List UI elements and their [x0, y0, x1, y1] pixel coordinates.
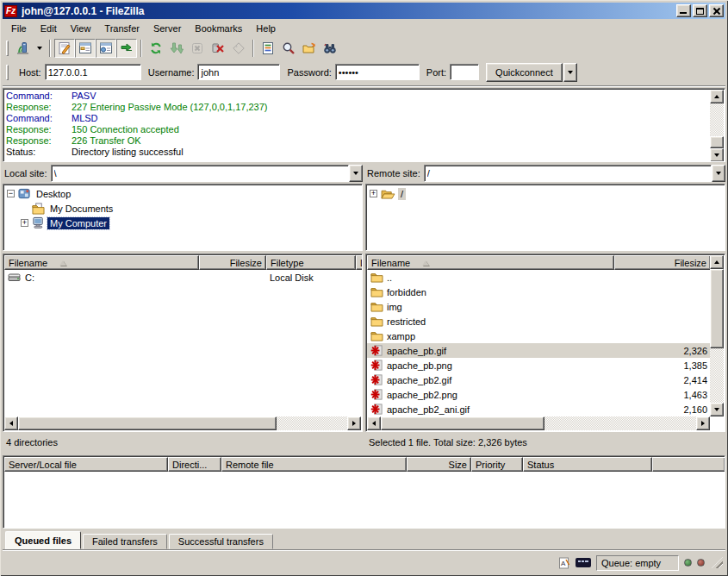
tree-expander-minus-icon[interactable]: −	[7, 190, 15, 197]
find-button[interactable]	[320, 39, 340, 58]
file-row-apache-pb-gif[interactable]: apache_pb.gif2,326	[367, 343, 711, 358]
menu-edit[interactable]: Edit	[34, 22, 64, 35]
column-header-directi[interactable]: Directi...	[168, 457, 221, 472]
disconnect-button[interactable]	[208, 39, 228, 58]
tree-expander-plus-icon[interactable]: +	[370, 190, 377, 197]
tree-item-desktop[interactable]: −Desktop	[3, 186, 362, 201]
menu-help[interactable]: Help	[249, 22, 283, 35]
column-header-filesize[interactable]: Filesize	[199, 255, 266, 270]
file-row-img[interactable]: img	[367, 299, 711, 314]
scroll-right-button[interactable]	[347, 416, 361, 430]
remote-directory-tree: +/	[365, 184, 725, 251]
tree-expander-plus-icon[interactable]: +	[21, 219, 28, 227]
column-header-filesize[interactable]: Filesize	[614, 255, 711, 270]
scrollbar-thumb[interactable]	[381, 416, 544, 430]
toggle-remote-tree-button[interactable]	[96, 39, 116, 58]
column-header-l[interactable]: L	[356, 255, 363, 270]
sync-browsing-button[interactable]	[299, 39, 320, 58]
column-header-size[interactable]: Size	[407, 457, 471, 472]
scrollbar-thumb[interactable]	[710, 269, 724, 348]
scroll-left-button[interactable]	[4, 416, 18, 430]
remote-site-input[interactable]	[424, 165, 712, 182]
tree-item-my-documents[interactable]: My Documents	[3, 201, 362, 216]
quickbar-grip[interactable]	[6, 65, 9, 80]
username-input[interactable]	[197, 64, 280, 80]
log-scrollbar[interactable]	[710, 90, 724, 162]
file-row-forbidden[interactable]: forbidden	[367, 285, 711, 299]
window-title: john@127.0.0.1 - FileZilla	[22, 5, 675, 17]
scroll-down-button[interactable]	[710, 403, 724, 416]
tree-item-my-computer[interactable]: +My Computer	[3, 216, 362, 230]
computer-icon	[32, 216, 45, 229]
host-input[interactable]	[45, 64, 141, 80]
password-input[interactable]	[335, 64, 420, 80]
file-row-restricted[interactable]: restricted	[367, 314, 711, 329]
quickconnect-dropdown-button[interactable]	[563, 63, 577, 82]
reconnect-button[interactable]	[228, 39, 249, 58]
minimize-button[interactable]	[676, 4, 691, 17]
scroll-down-icon	[714, 153, 719, 157]
menu-file[interactable]: File	[4, 22, 34, 35]
file-row-apache-pb-png[interactable]: apache_pb.png1,385	[367, 358, 711, 373]
filter-button[interactable]	[258, 39, 278, 58]
column-header-filename[interactable]: Filename	[367, 255, 614, 270]
menu-view[interactable]: View	[64, 22, 98, 35]
scroll-up-button[interactable]	[710, 90, 724, 103]
scrollbar-thumb[interactable]	[710, 136, 724, 148]
port-input[interactable]	[450, 64, 479, 80]
file-row-apache-pb2-png[interactable]: apache_pb2.png1,463	[367, 387, 711, 402]
column-header-remote-file[interactable]: Remote file	[221, 457, 407, 472]
local-site-input[interactable]	[51, 165, 349, 182]
resize-grip[interactable]	[712, 557, 723, 568]
file-row-blank[interactable]: ..	[367, 270, 711, 285]
column-header-server-local-file[interactable]: Server/Local file	[4, 457, 168, 472]
file-row-apache-pb2-gif[interactable]: apache_pb2.gif2,414	[367, 373, 711, 387]
toggle-queue-button[interactable]	[116, 39, 137, 58]
host-label: Host:	[19, 67, 41, 78]
toggle-message-log-button[interactable]	[54, 39, 75, 58]
refresh-button[interactable]	[146, 39, 166, 58]
scroll-down-button[interactable]	[710, 148, 724, 162]
remote-site-dropdown-button[interactable]	[712, 165, 725, 182]
tree-item-blank[interactable]: +/	[366, 186, 725, 201]
port-label: Port:	[426, 67, 446, 78]
site-manager-button[interactable]	[12, 39, 33, 58]
toggle-local-tree-button[interactable]	[75, 39, 96, 58]
scroll-left-button[interactable]	[367, 416, 381, 430]
close-button[interactable]	[709, 4, 724, 17]
folder-icon	[370, 316, 383, 327]
local-site-dropdown-button[interactable]	[349, 165, 363, 182]
log-line: Response:226 Transfer OK	[6, 135, 725, 147]
scroll-up-button[interactable]	[710, 255, 724, 269]
column-header-filename[interactable]: Filename	[4, 255, 199, 270]
title-bar: Fz john@127.0.0.1 - FileZilla	[3, 3, 725, 19]
tab-failed-transfers[interactable]: Failed transfers	[83, 534, 167, 549]
maximize-button[interactable]	[693, 4, 707, 17]
file-row-xampp[interactable]: xampp	[367, 329, 711, 343]
file-row-c[interactable]: C:Local Disk	[4, 270, 363, 285]
scroll-right-button[interactable]	[696, 416, 710, 430]
local-hscrollbar[interactable]	[4, 416, 361, 430]
site-manager-dropdown-button[interactable]	[33, 39, 46, 58]
column-header-priority[interactable]: Priority	[471, 457, 523, 472]
process-queue-button[interactable]	[166, 39, 187, 58]
tab-queued-files[interactable]: Queued files	[5, 531, 81, 549]
compare-button[interactable]	[278, 39, 299, 58]
toolbar-grip[interactable]	[6, 41, 9, 56]
column-header-blank[interactable]	[652, 457, 725, 472]
sort-ascending-icon	[422, 260, 429, 266]
scrollbar-thumb[interactable]	[18, 416, 277, 430]
menu-server[interactable]: Server	[146, 22, 188, 35]
column-header-status[interactable]: Status	[523, 457, 652, 472]
cancel-button[interactable]	[187, 39, 208, 58]
menu-bookmarks[interactable]: Bookmarks	[188, 22, 249, 35]
remote-vscrollbar[interactable]	[710, 255, 724, 416]
file-row-apache-pb2-ani-gif[interactable]: apache_pb2_ani.gif2,160	[367, 402, 711, 416]
minimize-icon	[680, 12, 687, 14]
menu-transfer[interactable]: Transfer	[97, 22, 146, 35]
quickconnect-button[interactable]: Quickconnect	[486, 63, 563, 82]
file-name-cell: apache_pb2.gif	[367, 373, 614, 387]
column-header-filetype[interactable]: Filetype	[266, 255, 356, 270]
remote-hscrollbar[interactable]	[367, 416, 710, 430]
tab-successful-transfers[interactable]: Successful transfers	[169, 534, 273, 549]
